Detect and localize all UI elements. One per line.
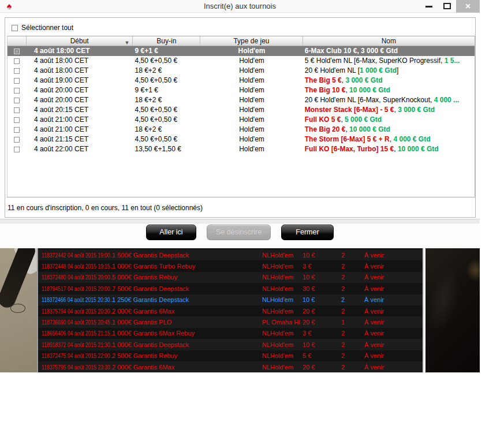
close-button[interactable]: ✕ <box>456 0 480 13</box>
row-c1: 4 août 22:00 CET <box>27 144 133 154</box>
lobby-row[interactable]: 118794517 04 août 2015 20:00...7 500€ Ga… <box>38 283 423 294</box>
select-all-checkbox[interactable] <box>12 25 18 31</box>
row-checkbox[interactable] <box>14 107 20 113</box>
row-tournament-name: The Big 10 €, 10 000 € Gtd <box>303 85 475 95</box>
lobby-row-name: 2 000€ Garantis 6Max <box>112 308 262 315</box>
title-bar[interactable]: ♠ ★ Inscrit(e) aux tournois ✕ <box>0 0 480 13</box>
minimize-icon <box>425 6 432 8</box>
lobby-row-status: À venir <box>364 319 423 326</box>
lobby-row-game: NLHold'em <box>262 285 303 292</box>
row-checkbox[interactable] <box>14 127 20 133</box>
table-row[interactable]: 4 août 20:00 CET18 €+2 €Hold'em20 € Hold… <box>8 95 475 105</box>
lobby-row-tables: 2 <box>341 296 364 303</box>
lobby-row-game: NLHold'em <box>262 252 303 259</box>
table-row[interactable]: 4 août 21:15 CET4,50 €+0,50 €Hold'emThe … <box>8 135 475 144</box>
minimize-button[interactable] <box>420 0 438 13</box>
lobby-row[interactable]: 118372480 04 août 2015 20:00...5 000€ Ga… <box>38 272 423 283</box>
sort-desc-icon: ▼ <box>125 38 130 46</box>
row-c3: Hold'em <box>200 144 303 154</box>
row-tournament-name: The Big 5 €, 3 000 € Gtd <box>303 76 475 85</box>
close-icon: ✕ <box>456 0 480 13</box>
row-c1: 4 août 18:00 CET <box>27 56 133 66</box>
fur-sheen-shape <box>425 263 466 338</box>
lobby-row-id-date: 118372480 04 août 2015 20:00... <box>42 274 112 281</box>
row-checkbox[interactable] <box>14 117 20 123</box>
table-row[interactable]: 4 août 18:00 CET9 €+1 €Hold'em6-Max Club… <box>8 46 475 56</box>
header-name[interactable]: Nom <box>303 36 475 46</box>
row-checkbox[interactable] <box>14 58 20 64</box>
lobby-row[interactable]: 118372475 04 août 2015 22:00...2 500€ Ga… <box>38 350 423 361</box>
tournament-table: Début ▼ Buy-in Type de jeu Nom 4 août 18… <box>7 36 475 197</box>
lobby-row-game: NLHold'em <box>262 308 303 315</box>
header-start[interactable]: Début ▼ <box>27 36 133 46</box>
lobby-row-name: 1 500€ Garantis Deepstack <box>112 252 262 259</box>
row-c2: 4,50 €+0,50 € <box>133 135 200 144</box>
table-body: 4 août 18:00 CET9 €+1 €Hold'em6-Max Club… <box>8 46 475 154</box>
row-c2: 4,50 €+0,50 € <box>133 56 200 66</box>
row-c3: Hold'em <box>200 46 303 56</box>
lobby-row-status: À venir <box>364 330 423 337</box>
row-checkbox[interactable] <box>14 48 20 54</box>
lobby-row-name: 2 000€ Garantis 6Max <box>112 364 262 371</box>
row-checkbox[interactable] <box>14 147 20 152</box>
lobby-row[interactable]: 118372448 04 août 2015 19:15...1 000€ Ga… <box>38 260 423 271</box>
row-c1: 4 août 21:15 CET <box>27 135 133 144</box>
lobby-row-status: À venir <box>364 274 423 281</box>
go-here-button[interactable]: Aller ici <box>146 225 196 240</box>
row-checkbox[interactable] <box>14 68 20 74</box>
table-row[interactable]: 4 août 22:00 CET13,50 €+1,50 €Hold'emFul… <box>8 144 475 154</box>
row-c2: 4,50 €+0,50 € <box>133 76 200 85</box>
header-checkbox-column[interactable] <box>8 36 27 46</box>
row-checkbox[interactable] <box>14 78 20 84</box>
lobby-row-tables: 2 <box>341 352 364 359</box>
table-row[interactable]: 4 août 21:00 CET18 €+2 €Hold'emThe Big 2… <box>8 125 475 135</box>
photo-loop-shape <box>10 304 25 313</box>
lobby-row[interactable]: 118375794 04 août 2015 20:30...2 000€ Ga… <box>38 305 423 316</box>
lobby-row[interactable]: 118372442 04 août 2015 19:00...1 500€ Ga… <box>38 249 423 260</box>
row-checkbox[interactable] <box>14 88 20 94</box>
lobby-row-game: NLHold'em <box>262 341 303 348</box>
row-c1: 4 août 18:00 CET <box>27 46 133 56</box>
row-tournament-name: 20 € Hold'em NL [6-Max, SuperKnockout, 4… <box>303 95 475 105</box>
lobby-row[interactable]: 118656406 04 août 2015 21:15...1 000€ Ga… <box>38 328 423 339</box>
lobby-row[interactable]: 118736690 04 août 2015 20:45...1 000€ Ga… <box>38 316 423 327</box>
row-tournament-name: The Storm [6-Max] 5 € + R, 4 000 € Gtd <box>303 135 475 144</box>
row-c2: 4,50 €+0,50 € <box>133 105 200 115</box>
header-game-type[interactable]: Type de jeu <box>200 36 303 46</box>
row-c1: 4 août 20:15 CET <box>27 105 133 115</box>
table-row[interactable]: 4 août 20:00 CET9 €+1 €Hold'emThe Big 10… <box>8 85 475 95</box>
table-row[interactable]: 4 août 20:15 CET4,50 €+0,50 €Hold'emMons… <box>8 105 475 115</box>
row-c2: 9 €+1 € <box>133 85 200 95</box>
lobby-row-tables: 2 <box>341 330 364 337</box>
lobby-row-name: 2 500€ Garantis Rebuy <box>112 352 262 359</box>
lobby-row-game: NLHold'em <box>262 330 303 337</box>
lobby-row[interactable]: 118375795 04 août 2015 23:30...2 000€ Ga… <box>38 361 423 372</box>
table-row[interactable]: 4 août 21:00 CET4,50 €+0,50 €Hold'emFull… <box>8 115 475 125</box>
lobby-row-name: 1 000€ Garantis 6Max Rebuy <box>112 330 262 337</box>
select-all-control[interactable]: Sélectionner tout <box>12 24 73 32</box>
unregister-button[interactable]: Se désinscrire <box>207 225 271 240</box>
lobby-row-id-date: 118372466 04 août 2015 20:30... <box>42 296 112 303</box>
lobby-tournament-list: 118372442 04 août 2015 19:00...1 500€ Ga… <box>37 248 424 372</box>
lobby-row-name: 5 000€ Garantis Rebuy <box>112 274 262 281</box>
row-tournament-name: Monster Stack [6-Max] - 5 €, 3 000 € Gtd <box>303 105 475 115</box>
table-row[interactable]: 4 août 18:00 CET4,50 €+0,50 €Hold'em5 € … <box>8 56 475 66</box>
lobby-row-status: À venir <box>364 285 423 292</box>
header-buyin[interactable]: Buy-in <box>133 36 200 46</box>
table-row[interactable]: 4 août 18:00 CET18 €+2 €Hold'em20 € Hold… <box>8 66 475 76</box>
table-row[interactable]: 4 août 19:00 CET4,50 €+0,50 €Hold'emThe … <box>8 76 475 85</box>
maximize-button[interactable] <box>438 0 456 13</box>
lobby-row-tables: 2 <box>341 263 364 270</box>
lobby-row-id-date: 118794517 04 août 2015 20:00... <box>42 285 112 292</box>
close-dialog-button[interactable]: Fermer <box>281 225 334 240</box>
maximize-icon <box>443 3 451 9</box>
lobby-row-id-date: 118372475 04 août 2015 22:00... <box>42 352 112 359</box>
window-title: Inscrit(e) aux tournois <box>0 0 480 13</box>
row-c1: 4 août 19:00 CET <box>27 76 133 85</box>
lobby-row[interactable]: 118918372 04 août 2015 21:30...1 000€ Ga… <box>38 339 423 350</box>
lobby-row-id-date: 118372442 04 août 2015 19:00... <box>42 252 112 259</box>
row-checkbox[interactable] <box>14 98 20 103</box>
dialog-buttons: Aller ici Se désinscrire Fermer <box>0 225 480 240</box>
lobby-row[interactable]: 118372466 04 août 2015 20:30...1 250€ Ga… <box>38 294 423 305</box>
row-checkbox[interactable] <box>14 137 20 143</box>
